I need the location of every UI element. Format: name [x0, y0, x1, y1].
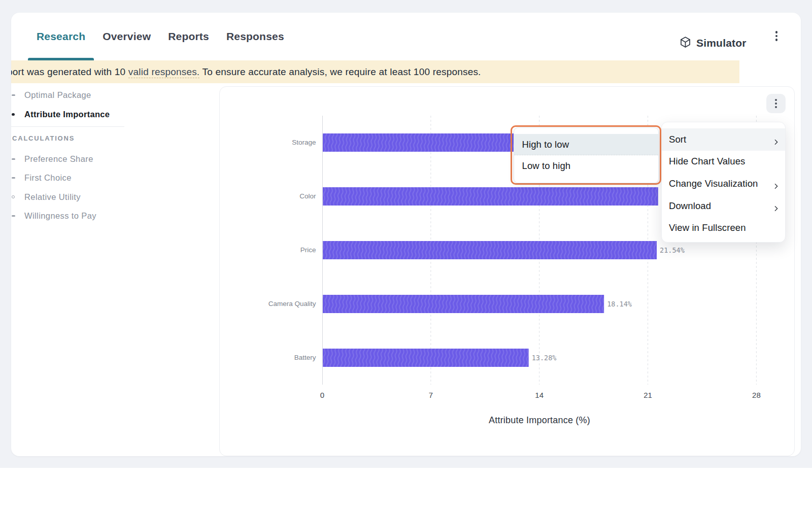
kebab-dot [775, 103, 777, 105]
sidebar-item-relative-utility[interactable]: Relative Utility [11, 189, 212, 204]
sort-option-high-to-low[interactable]: High to low [514, 134, 658, 155]
sort-option-low-to-high[interactable]: Low to high [514, 155, 658, 177]
tab-reports[interactable]: Reports [159, 13, 218, 60]
bar-pattern-overlay [323, 187, 658, 206]
bar-value-label: 18.14% [607, 300, 632, 308]
menu-item-change-visualization[interactable]: Change Visualization [662, 173, 785, 195]
chevron-right-icon [774, 181, 778, 192]
menu-item-download[interactable]: Download [662, 195, 785, 217]
menu-item-label: Download [669, 200, 711, 212]
kebab-dot [775, 31, 778, 33]
sidebar-item-willingness-to-pay[interactable]: Willingness to Pay [11, 209, 212, 224]
tab-overview[interactable]: Overview [94, 13, 159, 60]
bullet-icon [12, 158, 15, 160]
x-tick-label: 28 [741, 391, 771, 399]
bar-value-label: 21.54% [660, 246, 685, 254]
menu-item-label: Hide Chart Values [669, 156, 745, 167]
bullet-icon [12, 215, 15, 217]
bullet-icon [12, 195, 15, 198]
sidebar-item-label: Relative Utility [24, 192, 81, 202]
sidebar-item-label: Preference Share [24, 154, 93, 164]
sidebar-item-attribute-importance[interactable]: Attribute Importance [11, 107, 212, 122]
kebab-menu-icon[interactable] [769, 27, 784, 45]
tab-responses[interactable]: Responses [218, 13, 293, 60]
category-label: Camera Quality [240, 300, 316, 308]
category-label: Color [240, 192, 316, 200]
chart-context-menu: SortHide Chart ValuesChange Visualizatio… [661, 122, 786, 243]
simulator-label: Simulator [696, 37, 747, 49]
sort-submenu-highlight-ring: High to lowLow to high [511, 125, 661, 185]
bar-pattern-overlay [323, 349, 529, 367]
menu-item-hide-chart-values[interactable]: Hide Chart Values [662, 151, 785, 173]
sidebar-item-label: Optimal Package [24, 90, 91, 100]
sidebar-item-label: Attribute Importance [24, 110, 110, 119]
chevron-right-icon [774, 136, 778, 148]
warning-banner: port was generated with 10 valid respons… [11, 60, 739, 83]
category-label: Storage [240, 139, 316, 146]
banner-text-suffix: To ensure accurate analysis, we require … [199, 66, 481, 77]
menu-item-view-in-fullscreen[interactable]: View in Fullscreen [662, 217, 785, 239]
bar-pattern-overlay [323, 241, 657, 259]
x-tick-label: 21 [633, 391, 663, 399]
sidebar-section-calculations: CALCULATIONS [12, 134, 75, 142]
category-label: Battery [240, 354, 316, 361]
menu-item-label: Sort [669, 134, 686, 145]
x-tick-label: 0 [307, 391, 337, 399]
top-tab-bar: ResearchOverviewReportsResponses [28, 13, 293, 60]
sidebar-divider [11, 126, 124, 127]
bullet-icon [12, 94, 15, 96]
page: ResearchOverviewReportsResponses Simulat… [0, 0, 812, 512]
x-tick-label: 14 [524, 391, 555, 399]
menu-item-label: View in Fullscreen [669, 222, 746, 233]
kebab-dot [775, 39, 778, 41]
kebab-dot [775, 99, 777, 101]
bullet-icon [12, 177, 15, 179]
valid-responses-link[interactable]: valid responses. [128, 66, 200, 78]
sidebar-item-optimal-package[interactable]: Optimal Package [11, 87, 212, 103]
chevron-right-icon [774, 203, 778, 214]
sidebar-item-label: Willingness to Pay [24, 211, 96, 221]
warning-banner-text: port was generated with 10 valid respons… [11, 60, 481, 83]
sidebar-item-first-choice[interactable]: First Choice [11, 170, 212, 185]
category-label: Price [240, 246, 316, 254]
bullet-icon [12, 113, 15, 116]
simulator-button[interactable]: Simulator [679, 36, 747, 50]
kebab-dot [775, 106, 777, 108]
x-axis-title: Attribute Importance (%) [392, 415, 687, 426]
bar-value-label: 13.28% [532, 354, 557, 362]
sidebar-item-label: First Choice [24, 173, 72, 183]
sort-submenu: High to lowLow to high [514, 127, 659, 183]
kebab-dot [775, 35, 778, 38]
cube-icon [679, 36, 692, 51]
sidebar-item-preference-share[interactable]: Preference Share [11, 151, 212, 166]
chart-options-kebab-icon[interactable] [766, 94, 786, 113]
banner-text-prefix: port was generated with 10 [11, 66, 128, 77]
menu-item-sort[interactable]: Sort [662, 128, 785, 151]
menu-item-label: Change Visualization [669, 178, 758, 189]
bar-pattern-overlay [323, 295, 604, 313]
tab-research[interactable]: Research [28, 13, 94, 60]
x-tick-label: 7 [416, 391, 446, 399]
